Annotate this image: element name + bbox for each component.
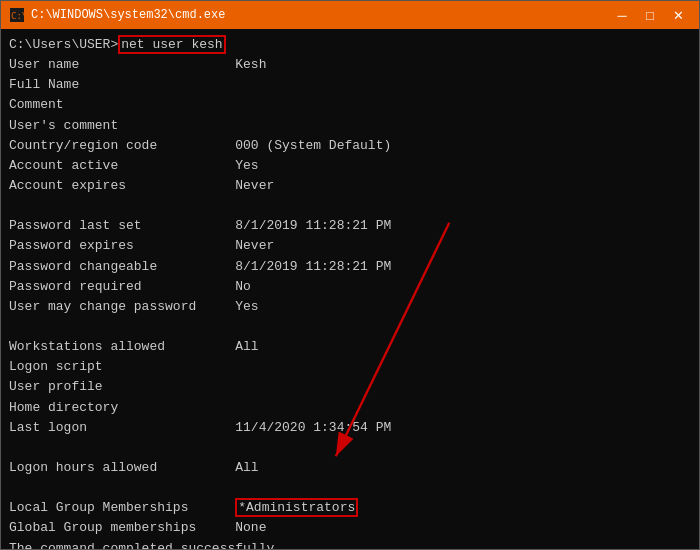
- output-line-userchangepw: User may change password Yes: [9, 297, 691, 317]
- svg-text:C:\: C:\: [11, 11, 24, 21]
- output-line-globalgroup: Global Group memberships None: [9, 518, 691, 538]
- administrators-highlight: *Administrators: [235, 498, 358, 517]
- output-line-logonhours: Logon hours allowed All: [9, 458, 691, 478]
- blank-line-1: [9, 196, 691, 216]
- cmd-icon: C:\: [9, 7, 25, 23]
- window: C:\ C:\WINDOWS\system32\cmd.exe ─ □ ✕ C:…: [0, 0, 700, 550]
- output-line-pwexpires: Password expires Never: [9, 236, 691, 256]
- output-line-homedir: Home directory: [9, 398, 691, 418]
- output-line-countrycode: Country/region code 000 (System Default): [9, 136, 691, 156]
- output-line-lastlogon: Last logon 11/4/2020 1:34:54 PM: [9, 418, 691, 438]
- blank-line-4: [9, 478, 691, 498]
- output-line-comment: Comment: [9, 95, 691, 115]
- command-highlight: net user kesh: [118, 35, 225, 54]
- output-line-userprofile: User profile: [9, 377, 691, 397]
- output-line-localgroup: Local Group Memberships *Administrators: [9, 498, 691, 518]
- output-line-accountactive: Account active Yes: [9, 156, 691, 176]
- close-button[interactable]: ✕: [665, 5, 691, 25]
- output-line-pwrequired: Password required No: [9, 277, 691, 297]
- terminal-area[interactable]: C:\Users\USER>net user kesh User name Ke…: [1, 29, 699, 549]
- output-line-workstations: Workstations allowed All: [9, 337, 691, 357]
- blank-line-3: [9, 438, 691, 458]
- output-line-logonscript: Logon script: [9, 357, 691, 377]
- title-text: C:\WINDOWS\system32\cmd.exe: [31, 8, 609, 22]
- output-line-pwlastset: Password last set 8/1/2019 11:28:21 PM: [9, 216, 691, 236]
- output-line-success: The command completed successfully.: [9, 539, 691, 549]
- minimize-button[interactable]: ─: [609, 5, 635, 25]
- output-line-userscomment: User's comment: [9, 116, 691, 136]
- maximize-button[interactable]: □: [637, 5, 663, 25]
- prompt-text: C:\Users\USER>: [9, 37, 118, 52]
- output-line-pwchangeable: Password changeable 8/1/2019 11:28:21 PM: [9, 257, 691, 277]
- title-bar: C:\ C:\WINDOWS\system32\cmd.exe ─ □ ✕: [1, 1, 699, 29]
- output-line-accountexpires: Account expires Never: [9, 176, 691, 196]
- window-controls: ─ □ ✕: [609, 5, 691, 25]
- blank-line-2: [9, 317, 691, 337]
- output-line-username: User name Kesh: [9, 55, 691, 75]
- command-line: C:\Users\USER>net user kesh: [9, 35, 691, 55]
- output-line-fullname: Full Name: [9, 75, 691, 95]
